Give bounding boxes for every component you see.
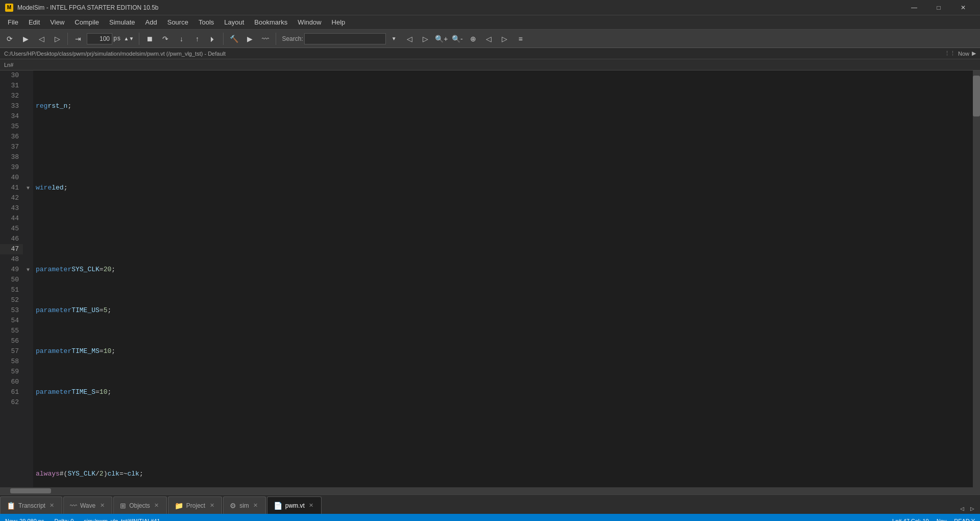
tab-wave[interactable]: 〰 Wave ✕ [63, 496, 112, 514]
tb-step-out-button[interactable]: ↑ [190, 32, 204, 46]
path-icon-1: ⋮⋮ [944, 50, 955, 57]
gutter-31 [23, 81, 33, 91]
ln-50: 50 [0, 275, 23, 285]
tb-compile-button[interactable]: 🔨 [227, 32, 241, 46]
gutter-48 [23, 254, 33, 265]
tb-search-prev-button[interactable]: ◁ [403, 32, 417, 46]
status-read: READ Y [954, 518, 975, 521]
menu-simulate[interactable]: Simulate [104, 16, 140, 28]
collapse-41-icon[interactable]: ▼ [27, 185, 30, 191]
app-icon: M [5, 4, 13, 12]
status-right: Ln# 47 Col: 10 Noy READ Y [892, 518, 975, 521]
tab-objects-close[interactable]: ✕ [153, 502, 160, 509]
sim-icon: ⚙ [230, 502, 236, 510]
ln-36: 36 [0, 132, 23, 142]
ln-52: 52 [0, 295, 23, 305]
search-input[interactable] [304, 33, 386, 44]
tab-pwmvt-close[interactable]: ✕ [308, 502, 315, 509]
tab-project-close[interactable]: ✕ [208, 502, 215, 509]
tb-run-forward-button[interactable]: ▷ [50, 32, 64, 46]
menu-edit[interactable]: Edit [23, 16, 45, 28]
gutter-49[interactable]: ▼ [23, 265, 33, 275]
menu-compile[interactable]: Compile [69, 16, 104, 28]
collapse-49-icon[interactable]: ▼ [27, 267, 30, 273]
code-area[interactable]: reg rst_n; wire led; parameter SYS_CLK =… [33, 70, 973, 487]
gutter-35 [23, 122, 33, 132]
tab-objects[interactable]: ⊞ Objects ✕ [113, 496, 167, 514]
window-controls: — □ ✕ [902, 0, 975, 15]
gutter-55 [23, 326, 33, 336]
ln-60: 60 [0, 377, 23, 387]
tab-sim[interactable]: ⚙ sim ✕ [223, 496, 266, 514]
tb-search-next-button[interactable]: ▷ [419, 32, 433, 46]
menu-add[interactable]: Add [140, 16, 162, 28]
tb-step-over-button[interactable]: ↷ [158, 32, 173, 46]
tb-run-all-button[interactable]: ▶ [18, 32, 33, 46]
time-unit-spinner[interactable]: ▲▼ [121, 32, 136, 46]
toolbar: ⟳ ▶ ◁ ▷ ⇥ ps ▲▼ ⏹ ↷ ↓ ↑ ⏵ 🔨 ▶ 〰 Search: … [0, 30, 980, 48]
tab-transcript-close[interactable]: ✕ [48, 502, 56, 509]
menu-tools[interactable]: Tools [193, 16, 219, 28]
tab-scroll-right[interactable]: ▷ [967, 504, 977, 514]
objects-icon: ⊞ [120, 502, 126, 510]
menu-source[interactable]: Source [162, 16, 193, 28]
code-line-38 [36, 428, 973, 438]
tb-signals-button[interactable]: ≡ [513, 32, 528, 46]
toolbar-separator-2 [139, 33, 139, 45]
tb-restart-button[interactable]: ⟳ [3, 32, 17, 46]
ln-57: 57 [0, 346, 23, 357]
tab-transcript[interactable]: 📋 Transcript ✕ [0, 496, 62, 514]
menu-bookmarks[interactable]: Bookmarks [249, 16, 292, 28]
app-title: ModelSim - INTEL FPGA STARTER EDITION 10… [17, 4, 902, 11]
h-scroll-thumb[interactable] [10, 488, 51, 493]
menu-layout[interactable]: Layout [219, 16, 249, 28]
tab-wave-close[interactable]: ✕ [99, 502, 106, 509]
now-label: Now [958, 51, 969, 57]
ln-58: 58 [0, 357, 23, 367]
tb-simulate-button[interactable]: ▶ [242, 32, 257, 46]
tab-scroll-controls: ◁ ▷ [957, 504, 980, 514]
ln-header: Ln# [0, 59, 980, 70]
gutter-43 [23, 203, 33, 214]
gutter-62 [23, 397, 33, 408]
tab-transcript-label: Transcript [18, 502, 45, 509]
tb-zoom-fit-button[interactable]: ⊕ [466, 32, 480, 46]
pwmvt-icon: 📄 [274, 502, 282, 510]
tab-project[interactable]: 📁 Project ✕ [168, 496, 222, 514]
menu-view[interactable]: View [45, 16, 69, 28]
menu-window[interactable]: Window [292, 16, 326, 28]
tb-step-button[interactable]: ⇥ [71, 32, 85, 46]
menu-file[interactable]: File [3, 16, 23, 28]
scroll-thumb[interactable] [973, 76, 980, 116]
bottom-scrollbar[interactable] [0, 487, 980, 494]
time-input-group: ps ▲▼ [87, 32, 136, 46]
search-dropdown-button[interactable]: ▼ [387, 32, 401, 46]
menu-help[interactable]: Help [327, 16, 351, 28]
ln-32: 32 [0, 91, 23, 101]
tb-zoom-right-button[interactable]: ▷ [498, 32, 512, 46]
tab-pwmvt[interactable]: 📄 pwm.vt ✕ [267, 496, 322, 514]
ln-56: 56 [0, 336, 23, 346]
close-button[interactable]: ✕ [951, 0, 975, 15]
tb-run-back-button[interactable]: ◁ [34, 32, 48, 46]
tb-wave-button[interactable]: 〰 [258, 32, 273, 46]
gutter-54 [23, 316, 33, 326]
ln-46: 46 [0, 234, 23, 244]
gutter-41[interactable]: ▼ [23, 183, 33, 193]
tb-zoom-left-button[interactable]: ◁ [482, 32, 496, 46]
tab-scroll-left[interactable]: ◁ [957, 504, 967, 514]
ln-30: 30 [0, 70, 23, 81]
right-scrollbar[interactable] [973, 70, 980, 487]
tb-break-button[interactable]: ⏹ [142, 32, 157, 46]
minimize-button[interactable]: — [902, 0, 926, 15]
maximize-button[interactable]: □ [927, 0, 950, 15]
tb-continue-button[interactable]: ⏵ [206, 32, 220, 46]
tab-sim-close[interactable]: ✕ [252, 502, 259, 509]
ln-37: 37 [0, 142, 23, 152]
time-value-input[interactable] [87, 33, 112, 44]
gutter-34 [23, 111, 33, 122]
tb-zoom-out-button[interactable]: 🔍- [450, 32, 464, 46]
tb-step-into-button[interactable]: ↓ [174, 32, 188, 46]
search-box: Search: ▼ [282, 32, 401, 46]
tb-zoom-in-button[interactable]: 🔍+ [434, 32, 449, 46]
